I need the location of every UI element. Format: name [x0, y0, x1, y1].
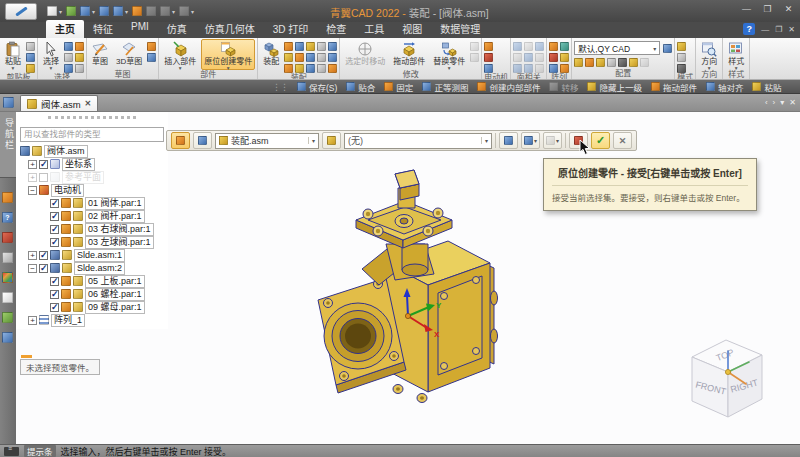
motor-tool-icon[interactable]: [484, 42, 493, 51]
tree-item-label[interactable]: 坐标系: [62, 158, 95, 171]
select-tool-icon[interactable]: [64, 42, 73, 51]
doc-close-icon[interactable]: ✕: [788, 25, 795, 34]
mode-tool-icon[interactable]: [677, 42, 686, 51]
tree-checkbox[interactable]: [39, 264, 48, 273]
tree-item-label[interactable]: 06 螺栓.par:1: [85, 288, 145, 301]
tree-item-label[interactable]: 03 左球阀.par:1: [85, 236, 154, 249]
tree-row[interactable]: + 阵列_1: [20, 314, 164, 327]
tree-row[interactable]: − Slde.asm:2: [20, 262, 164, 275]
valve-3d-model[interactable]: Y X: [298, 168, 540, 432]
assemble-tool-icon[interactable]: [306, 64, 315, 73]
pattern-tool-icon[interactable]: [549, 42, 558, 51]
tree-item-label[interactable]: 09 螺母.par:1: [85, 301, 145, 314]
modify-tool-icon[interactable]: [470, 42, 479, 51]
select-tool-icon[interactable]: [75, 64, 84, 73]
tree-checkbox[interactable]: [50, 199, 59, 208]
tree-expander[interactable]: +: [28, 251, 37, 260]
image-icon[interactable]: [2, 312, 13, 323]
config-tool-icon[interactable]: [629, 58, 638, 67]
tree-item-label[interactable]: 参考平面: [62, 171, 104, 184]
orientation-button[interactable]: 方向 ▾: [698, 39, 720, 70]
tree-item-label[interactable]: Slde.asm:2: [74, 262, 125, 275]
quickbar-item[interactable]: 转移: [549, 81, 578, 93]
clipboard-tool-icon[interactable]: [26, 53, 35, 62]
tree-item-label[interactable]: 阀体.asm: [44, 145, 88, 158]
link-icon[interactable]: [179, 6, 189, 16]
pattern-tool-icon[interactable]: [560, 42, 569, 51]
tree-row[interactable]: 06 螺栓.par:1: [20, 288, 164, 301]
assemble-tool-icon[interactable]: [295, 64, 304, 73]
component-search-input[interactable]: [20, 127, 164, 142]
save-as-icon[interactable]: [99, 6, 109, 16]
select-tool-icon[interactable]: [64, 64, 73, 73]
tree-row[interactable]: 03 左球阀.par:1: [20, 236, 164, 249]
window-layout-icon[interactable]: [2, 252, 13, 263]
view-cube[interactable]: TOP FRONT RIGHT: [676, 331, 776, 423]
help-icon[interactable]: ?: [743, 23, 755, 35]
preview-part-button[interactable]: 未选择预览零件。: [20, 359, 100, 375]
pin-icon[interactable]: [2, 292, 13, 303]
drag-component-button[interactable]: 拖动部件: [390, 39, 428, 70]
assemble-tool-icon[interactable]: [295, 53, 304, 62]
select-button[interactable]: 选择 ▾: [40, 39, 62, 70]
select-from-list-button[interactable]: [171, 132, 190, 149]
pattern-tool-icon[interactable]: [549, 53, 558, 62]
tree-row[interactable]: + 坐标系: [20, 158, 164, 171]
library-book-icon[interactable]: [132, 6, 142, 16]
assemble-button[interactable]: 装配: [260, 39, 282, 70]
quickbar-item[interactable]: 隐藏上一级: [587, 81, 642, 93]
tree-row[interactable]: 02 阀杆.par:1: [20, 210, 164, 223]
quickbar-item[interactable]: 保存(S): [297, 81, 337, 93]
dropdown-caret-icon[interactable]: ▾: [125, 8, 128, 15]
tree-checkbox[interactable]: [50, 238, 59, 247]
dropdown-caret-icon[interactable]: ▾: [59, 8, 62, 15]
tree-checkbox[interactable]: [50, 303, 59, 312]
tree-expander[interactable]: +: [28, 173, 37, 182]
new-file-icon[interactable]: [47, 6, 57, 16]
toolbar-drag-handle[interactable]: ⋮⋮: [272, 82, 288, 92]
config-tool-icon[interactable]: [640, 58, 649, 67]
ribbon-tab[interactable]: 仿真几何体: [196, 20, 264, 38]
config-tool-icon[interactable]: [607, 58, 616, 67]
assemble-tool-icon[interactable]: [295, 42, 304, 51]
tree-row[interactable]: 05 上板.par:1: [20, 275, 164, 288]
tree-expander[interactable]: −: [28, 186, 37, 195]
ribbon-tab[interactable]: 数据管理: [431, 20, 489, 38]
close-icon[interactable]: ✕: [782, 4, 795, 14]
sketch-tool-icon[interactable]: [147, 53, 156, 62]
sketch-tool-icon[interactable]: [147, 42, 156, 51]
config-tool-icon[interactable]: [574, 58, 583, 67]
assemble-tool-icon[interactable]: [328, 42, 337, 51]
tree-item-label[interactable]: 02 阀杆.par:1: [85, 210, 145, 223]
sketch-button[interactable]: 草图: [89, 39, 111, 70]
cancel-button[interactable]: ✕: [613, 132, 632, 149]
accept-button[interactable]: ✓: [591, 132, 610, 149]
motor-tool-icon[interactable]: [484, 64, 493, 73]
quickbar-item[interactable]: 贴合: [346, 81, 375, 93]
tree-item-label[interactable]: 05 上板.par:1: [85, 275, 145, 288]
document-tab[interactable]: 阀体.asm ✕: [20, 95, 98, 111]
quickbar-item[interactable]: 轴对齐: [706, 81, 744, 93]
graphics-area[interactable]: 导航栏 ?: [0, 112, 800, 444]
tree-row[interactable]: 阀体.asm: [20, 145, 164, 158]
assemble-tool-icon[interactable]: [284, 64, 293, 73]
config-tool-icon[interactable]: [585, 58, 594, 67]
tree-row[interactable]: 09 螺母.par:1: [20, 301, 164, 314]
assemble-tool-icon[interactable]: [284, 53, 293, 62]
tree-row[interactable]: 03 右球阀.par:1: [20, 223, 164, 236]
mode-tool-icon[interactable]: [677, 64, 686, 73]
maximize-icon[interactable]: ❐: [761, 4, 774, 14]
replace-part-button[interactable]: 替换零件 ▾: [430, 39, 468, 70]
clipboard-tool-icon[interactable]: [26, 42, 35, 51]
pattern-tool-icon[interactable]: [549, 64, 558, 73]
ribbon-tab[interactable]: 主页: [46, 20, 84, 38]
assemble-tool-icon[interactable]: [317, 64, 326, 73]
ribbon-tab[interactable]: 特征: [84, 20, 122, 38]
mode-tool-icon[interactable]: [677, 53, 686, 62]
template-combobox[interactable]: 装配.asm ▾: [215, 133, 319, 149]
tree-checkbox[interactable]: [39, 173, 48, 182]
quickbar-item[interactable]: 拖动部件: [651, 81, 697, 93]
tree-item-label[interactable]: 电动机: [51, 184, 84, 197]
save-icon[interactable]: [80, 6, 90, 16]
pattern-tool-icon[interactable]: [560, 64, 569, 73]
